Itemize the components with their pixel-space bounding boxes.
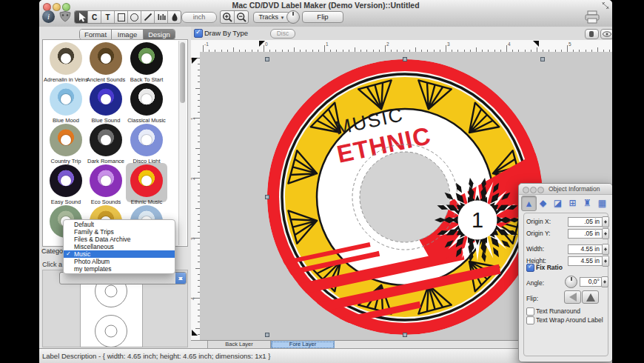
selection-handle[interactable] [266,58,269,61]
text-wrap-checkbox[interactable] [526,316,534,324]
template-thumb[interactable] [90,42,122,75]
field-value-height-[interactable]: 4.55 in [568,256,603,266]
zoom-out-icon[interactable] [235,11,248,23]
tool-palette: C T [74,10,181,24]
panel-minimize-button[interactable] [530,187,537,193]
rotation-knob[interactable] [286,10,300,24]
field-value-origin-x-[interactable]: .05 in [568,217,603,227]
field-value-width-[interactable]: 4.55 in [568,244,603,254]
ruler-label: 3 [447,41,450,47]
menu-item-family-trips[interactable]: Family & Trips [64,228,175,236]
template-thumb[interactable] [130,83,163,116]
tab-image[interactable]: Image [112,30,144,39]
template-thumb[interactable] [50,124,82,156]
gallery-scrollbar-thumb[interactable] [180,42,185,103]
label-description: Label Description - { width: 4.65 inch; … [42,352,270,360]
tab-design[interactable]: Design [144,30,175,39]
gallery-scrollbar[interactable] [178,41,187,245]
print-icon[interactable] [583,10,601,24]
menu-item-music[interactable]: Music✓ [64,250,175,258]
selection-handle[interactable] [403,333,407,337]
flip-vertical-button[interactable] [582,290,599,304]
panel-title: Object Information [549,185,600,193]
select-tool-icon[interactable] [75,11,88,23]
ruler-label: -1 [204,41,209,47]
template-thumb-hole [61,53,71,64]
menu-item-photo-album[interactable]: Photo Album [64,258,175,265]
app-window: Mac CD/DVD Label Maker (Demo Version)::U… [39,0,612,363]
canvas-header: Draw By Type Disc [191,27,612,41]
field-value-origin-y-[interactable]: .05 in [568,229,603,239]
template-thumb[interactable] [50,164,82,197]
field-stepper[interactable] [602,216,609,227]
flip-horizontal-button[interactable] [564,290,581,304]
selection-handle[interactable] [266,333,269,337]
ruler-tick [324,45,325,52]
panel-zoom-button[interactable] [537,187,544,193]
template-thumb[interactable] [90,164,122,197]
menu-item-miscellaneous[interactable]: Miscellaneous [64,243,175,250]
tracks-tool-icon[interactable] [155,11,168,23]
panel-title-bar[interactable]: Object Information [519,184,612,195]
text-runaround-checkbox[interactable] [526,307,534,316]
template-thumb[interactable] [50,42,82,75]
angle-stepper[interactable] [601,276,608,287]
origin-marker-icon [259,41,265,47]
extent-marker-icon [192,330,198,336]
panel-close-button[interactable] [523,187,529,193]
label-side-button[interactable] [585,29,599,39]
selection-handle[interactable] [541,58,545,61]
draw-by-type-checkbox[interactable] [194,29,203,38]
fill-tool-icon[interactable] [168,11,181,23]
ruler-label: 4 [190,297,195,300]
field-stepper[interactable] [602,228,609,239]
rectangle-tool-icon[interactable] [115,11,128,23]
text-runaround-label: Text Runaround [536,307,580,315]
template-thumb[interactable] [130,124,163,156]
template-thumb[interactable] [130,42,163,75]
field-stepper[interactable] [602,256,609,267]
zoom-in-icon[interactable] [221,11,235,23]
tracks-dropdown[interactable]: Tracks ▼ [253,12,290,23]
menu-item-files-data-archive[interactable]: Files & Data Archive [64,236,175,243]
object-type-icon[interactable]: ♜ [580,196,594,210]
text-tool-icon[interactable]: T [101,11,115,23]
object-type-icon[interactable]: ⊞ [566,196,580,210]
template-thumb[interactable] [90,124,122,156]
info-icon[interactable]: i [42,10,55,23]
object-type-icon[interactable]: ◪ [551,196,565,210]
visibility-button[interactable] [600,29,612,39]
angle-field[interactable]: 0,0° [580,277,603,287]
template-thumb[interactable] [130,164,163,197]
object-type-icon[interactable]: ▦ [595,196,609,210]
screen: Mac CD/DVD Label Maker (Demo Version)::U… [0,0,644,363]
ruler-tick [446,45,446,52]
line-tool-icon[interactable] [141,11,155,23]
ellipse-tool-icon[interactable] [128,11,141,23]
resize-icon[interactable] [602,2,609,9]
mask-icon[interactable] [58,11,72,22]
flip-button[interactable]: Flip [302,11,343,23]
unit-selector[interactable]: inch [181,12,217,23]
field-label: Origin X: [526,218,551,225]
fix-ratio-checkbox[interactable] [526,264,534,272]
object-type-icon[interactable]: ▲ [521,196,537,211]
disc-button[interactable]: Disc [270,29,295,39]
template-thumb-hole [61,176,71,186]
menu-item-my-templates[interactable]: my templates [64,265,175,273]
field-stepper[interactable] [602,244,609,255]
tab-format[interactable]: Format [80,30,112,39]
selection-handle[interactable] [403,58,407,61]
zoom-controls [220,10,249,24]
track-number: 1 [472,208,483,232]
template-thumb-hole [101,53,111,64]
object-information-panel: Object Information ▲◆◪⊞♜▦ Origin X:.05 i… [518,183,612,362]
arc-tool-icon[interactable]: C [88,11,101,23]
template-thumb[interactable] [50,83,82,116]
template-thumb[interactable] [90,83,122,116]
angle-knob[interactable] [565,276,577,288]
selection-handle[interactable] [266,196,269,199]
menu-item-default[interactable]: Default [64,221,175,228]
object-type-icon[interactable]: ◆ [536,196,550,210]
field-label: Origin Y: [526,230,550,237]
